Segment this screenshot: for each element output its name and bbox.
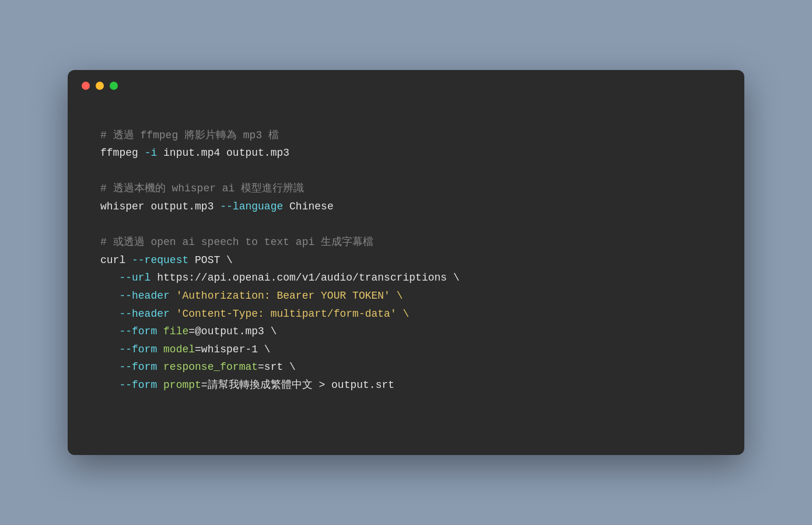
comment-line-2: # 透過本機的 whisper ai 模型進行辨識 [100,183,304,194]
close-button[interactable] [82,82,90,90]
code-block: # 透過 ffmpeg 將影片轉為 mp3 檔 ffmpeg -i input.… [68,99,744,421]
comment-line-3: # 或透過 open ai speech to text api 生成字幕檔 [100,236,373,248]
whisper-line: whisper output.mp3 --language Chinese [100,201,334,212]
url-line: --url https://api.openai.com/v1/audio/tr… [100,272,460,284]
content-type-line: --header 'Content-Type: multipart/form-d… [100,308,409,320]
title-bar [68,70,744,99]
auth-header-line: --header 'Authorization: Bearer YOUR TOK… [100,290,403,302]
terminal-window: # 透過 ffmpeg 將影片轉為 mp3 檔 ffmpeg -i input.… [68,70,744,455]
ffmpeg-line: ffmpeg -i input.mp4 output.mp3 [100,147,289,159]
form-format-line: --form response_format=srt \ [100,361,296,373]
maximize-button[interactable] [110,82,118,90]
minimize-button[interactable] [96,82,104,90]
form-file-line: --form file=@output.mp3 \ [100,326,276,337]
form-prompt-line: --form prompt=請幫我轉換成繁體中文 > output.srt [100,379,394,391]
comment-line-1: # 透過 ffmpeg 將影片轉為 mp3 檔 [100,130,279,141]
form-model-line: --form model=whisper-1 \ [100,344,271,355]
curl-line: curl --request POST \ [100,254,233,266]
